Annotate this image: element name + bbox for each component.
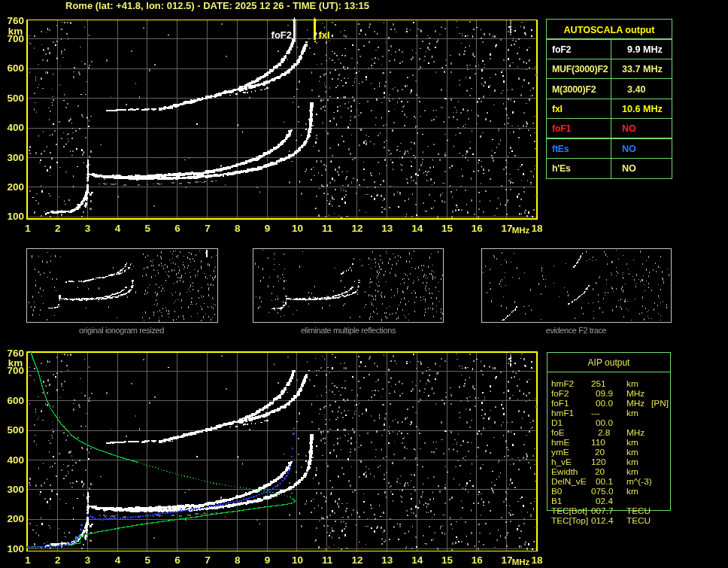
svg-text:M(3000)F2: M(3000)F2 xyxy=(552,84,596,95)
svg-text:fxI: fxI xyxy=(552,104,563,114)
svg-text:foE: foE xyxy=(551,427,565,438)
svg-text:MHz: MHz xyxy=(512,557,530,566)
svg-text:---: --- xyxy=(591,408,600,418)
svg-text:14: 14 xyxy=(411,223,423,234)
svg-text:9.9 MHz: 9.9 MHz xyxy=(627,44,663,55)
svg-text:33.7 MHz: 33.7 MHz xyxy=(622,64,663,74)
svg-text:251: 251 xyxy=(591,378,606,389)
svg-text:20: 20 xyxy=(595,466,605,477)
svg-text:13: 13 xyxy=(381,554,393,566)
svg-text:foF2: foF2 xyxy=(551,388,569,399)
svg-text:ymE: ymE xyxy=(551,447,569,457)
svg-text:foF1: foF1 xyxy=(551,398,569,409)
svg-text:10: 10 xyxy=(292,223,303,234)
svg-text:h'Es: h'Es xyxy=(552,163,571,174)
svg-text:200: 200 xyxy=(7,513,24,524)
svg-text:09.9: 09.9 xyxy=(596,388,613,399)
svg-text:13: 13 xyxy=(381,223,393,234)
svg-text:600: 600 xyxy=(7,395,24,406)
svg-text:100: 100 xyxy=(7,211,24,222)
svg-text:4: 4 xyxy=(115,223,121,234)
svg-text:TEC[Top]: TEC[Top] xyxy=(551,515,588,526)
svg-text:14: 14 xyxy=(411,554,423,566)
svg-text:4: 4 xyxy=(115,554,121,566)
svg-text:8: 8 xyxy=(235,223,241,234)
svg-text:B0: B0 xyxy=(551,486,563,497)
svg-text:ftEs: ftEs xyxy=(552,144,569,154)
svg-text:NO: NO xyxy=(622,144,636,154)
svg-text:km: km xyxy=(626,378,639,389)
svg-text:1: 1 xyxy=(25,554,31,566)
svg-text:TECU: TECU xyxy=(626,506,651,516)
svg-text:1: 1 xyxy=(25,223,31,234)
svg-text:17: 17 xyxy=(502,223,513,234)
svg-text:5: 5 xyxy=(145,223,151,234)
svg-text:012.4: 012.4 xyxy=(591,515,614,526)
svg-text:16: 16 xyxy=(472,223,484,234)
svg-text:7: 7 xyxy=(205,554,211,566)
svg-text:[PN]: [PN] xyxy=(651,398,669,409)
svg-text:TEC[Bot]: TEC[Bot] xyxy=(551,506,587,516)
svg-text:12: 12 xyxy=(351,554,362,566)
svg-text:00.1: 00.1 xyxy=(596,476,613,487)
svg-text:300: 300 xyxy=(7,484,24,495)
svg-text:00.0: 00.0 xyxy=(596,398,613,409)
svg-text:hmE: hmE xyxy=(551,437,569,448)
svg-text:2: 2 xyxy=(55,223,61,234)
svg-text:2: 2 xyxy=(55,554,61,566)
svg-text:hmF2: hmF2 xyxy=(551,378,574,389)
svg-text:km: km xyxy=(8,26,23,37)
svg-text:3: 3 xyxy=(85,223,91,234)
svg-text:500: 500 xyxy=(7,424,24,436)
svg-text:11: 11 xyxy=(322,554,333,566)
svg-text:5: 5 xyxy=(145,554,151,566)
svg-text:15: 15 xyxy=(441,554,453,566)
svg-text:original ionogram resized: original ionogram resized xyxy=(79,326,164,335)
svg-text:fxI: fxI xyxy=(319,29,330,41)
svg-text:600: 600 xyxy=(7,62,24,74)
svg-text:9: 9 xyxy=(265,223,271,234)
svg-text:D1: D1 xyxy=(551,418,563,428)
svg-text:evidence F2 trace: evidence F2 trace xyxy=(546,326,607,335)
svg-text:h_vE: h_vE xyxy=(551,457,572,467)
svg-text:NO: NO xyxy=(622,123,636,134)
svg-text:6: 6 xyxy=(174,554,180,566)
svg-text:MHz: MHz xyxy=(626,388,645,399)
svg-text:200: 200 xyxy=(7,181,24,193)
svg-text:400: 400 xyxy=(7,454,24,466)
svg-text:11: 11 xyxy=(322,223,333,234)
svg-text:hmF1: hmF1 xyxy=(551,408,574,418)
svg-text:10: 10 xyxy=(292,554,303,566)
svg-text:18: 18 xyxy=(531,554,543,566)
svg-text:NO: NO xyxy=(622,163,636,174)
svg-text:120: 120 xyxy=(591,457,606,467)
svg-text:20: 20 xyxy=(595,447,605,457)
svg-text:6: 6 xyxy=(174,223,180,234)
svg-text:eliminate multiple reflections: eliminate multiple reflections xyxy=(301,326,396,335)
svg-text:m^(-3): m^(-3) xyxy=(626,476,652,487)
svg-text:3.40: 3.40 xyxy=(627,84,646,95)
svg-text:DelN_vE: DelN_vE xyxy=(551,476,587,487)
svg-text:075.0: 075.0 xyxy=(591,486,614,497)
svg-text:17: 17 xyxy=(502,554,513,566)
svg-text:15: 15 xyxy=(441,223,453,234)
svg-text:AIP output: AIP output xyxy=(588,357,630,368)
svg-text:TECU: TECU xyxy=(626,515,651,526)
svg-text:007.7: 007.7 xyxy=(591,506,614,516)
svg-text:7: 7 xyxy=(205,223,211,234)
svg-text:km: km xyxy=(626,447,639,457)
svg-text:300: 300 xyxy=(7,152,24,163)
svg-text:MHz: MHz xyxy=(512,226,530,235)
svg-text:18: 18 xyxy=(531,223,543,234)
svg-text:Ewidth: Ewidth xyxy=(551,466,578,477)
svg-text:km: km xyxy=(626,408,639,418)
svg-text:foF2: foF2 xyxy=(271,29,292,41)
svg-text:MHz: MHz xyxy=(626,398,645,409)
svg-text:MUF(3000)F2: MUF(3000)F2 xyxy=(552,64,608,74)
svg-text:km: km xyxy=(8,357,23,369)
svg-text:8: 8 xyxy=(235,554,241,566)
svg-text:10.6 MHz: 10.6 MHz xyxy=(622,104,663,114)
svg-text:km: km xyxy=(626,437,639,448)
svg-text:12: 12 xyxy=(351,223,362,234)
svg-text:Rome (lat: +41.8, lon: 012.5): Rome (lat: +41.8, lon: 012.5) - DATE: 20… xyxy=(65,0,369,11)
